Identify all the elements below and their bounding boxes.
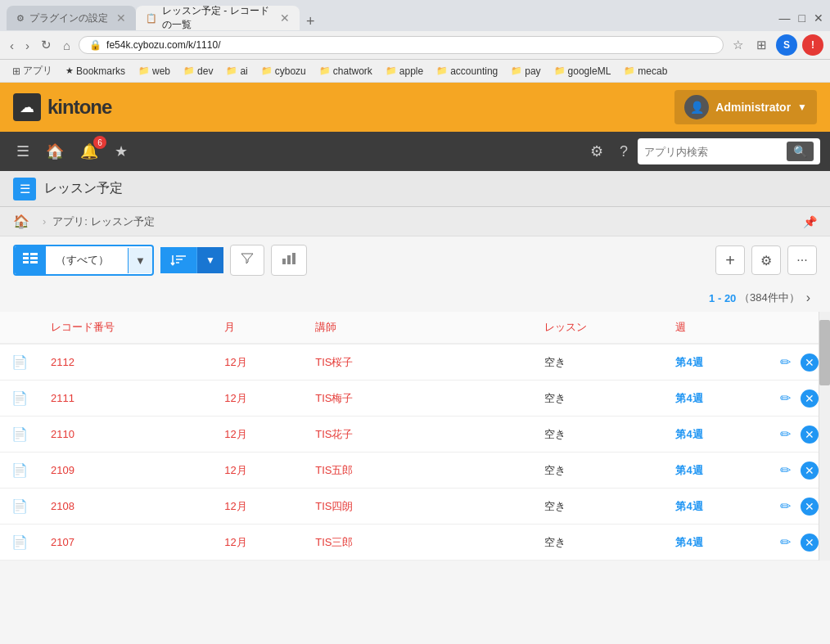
favorites-button[interactable]: ★ (108, 137, 134, 165)
more-options-button[interactable]: ··· (787, 245, 817, 275)
bookmark-bookmarks[interactable]: ★ Bookmarks (60, 64, 131, 79)
edit-record-button[interactable]: ✏ (777, 461, 794, 480)
bookmark-star-icon: ★ (65, 65, 74, 76)
minimize-button[interactable]: — (779, 12, 791, 24)
table-row: 📄 2107 12月 TIS三郎 空き 第4週 ✏ ✕ (0, 525, 830, 561)
kintone-user-area[interactable]: 👤 Administrator ▼ (674, 90, 817, 124)
table-row: 📄 2111 12月 TIS梅子 空き 第4週 ✏ ✕ (0, 381, 830, 417)
back-button[interactable]: ‹ (7, 37, 17, 54)
nav-icons-right: ☆ ⊞ S ! (729, 34, 823, 56)
delete-record-button[interactable]: ✕ (801, 390, 819, 408)
sort-dropdown-button[interactable]: ▼ (196, 247, 223, 273)
bookmark-folder-icon-googleml: 📁 (554, 65, 566, 76)
breadcrumb-arrow: › (43, 215, 46, 227)
table-row: 📄 2112 12月 TIS桜子 空き 第4週 ✏ ✕ (0, 344, 830, 381)
table-wrapper: レコード番号 月 講師 レッスン 週 📄 2112 12月 TIS桜子 空き 第… (0, 312, 830, 561)
delete-record-button[interactable]: ✕ (801, 534, 819, 552)
settings-gear-button[interactable]: ⚙ (584, 137, 610, 165)
row-record-no: 2108 (39, 489, 213, 525)
bookmark-pay-label: pay (525, 65, 540, 77)
bookmark-web[interactable]: 📁 web (133, 64, 176, 79)
add-record-button[interactable]: + (715, 245, 745, 275)
edit-record-button[interactable]: ✏ (777, 425, 794, 444)
sort-button[interactable] (160, 247, 196, 273)
bookmark-dev[interactable]: 📁 dev (178, 64, 219, 79)
breadcrumb-text: アプリ: レッスン予定 (52, 214, 154, 229)
chart-button[interactable] (271, 245, 307, 276)
delete-record-button[interactable]: ✕ (801, 354, 819, 372)
scrollbar[interactable] (819, 312, 830, 561)
bookmark-cybozu[interactable]: 📁 cybozu (255, 64, 312, 79)
app-search-input[interactable] (644, 146, 782, 158)
breadcrumb-home-icon[interactable]: 🏠 (13, 214, 29, 229)
bookmark-apps[interactable]: ⊞ アプリ (7, 62, 58, 79)
close-button[interactable]: ✕ (814, 12, 823, 24)
kintone-logo: ☁ kintone (13, 93, 674, 121)
edit-record-button[interactable]: ✏ (777, 389, 794, 408)
hamburger-menu-button[interactable]: ☰ (10, 137, 36, 165)
view-toolbar: （すべて） ▼ ▼ (0, 236, 830, 284)
forward-button[interactable]: › (22, 37, 33, 54)
bookmark-accounting[interactable]: 📁 accounting (431, 64, 503, 79)
row-teacher: TIS花子 (304, 417, 533, 453)
row-doc-icon: 📄 (0, 525, 39, 561)
bookmark-folder-icon-web: 📁 (138, 65, 150, 76)
breadcrumb-pin-icon[interactable]: 📌 (803, 215, 817, 228)
kintone-logo-text: kintone (47, 96, 111, 119)
extensions-button[interactable]: ⊞ (752, 34, 771, 56)
view-selector-dropdown-icon[interactable]: ▼ (128, 248, 152, 273)
row-lesson: 空き (533, 525, 664, 561)
pagination-range: 1 - 20 (709, 292, 736, 304)
bookmark-ai[interactable]: 📁 ai (220, 64, 253, 79)
bookmark-chatwork[interactable]: 📁 chatwork (314, 64, 378, 79)
new-tab-button[interactable]: + (300, 13, 322, 30)
row-teacher: TIS梅子 (304, 381, 533, 417)
tab-icon-2: 📋 (146, 13, 157, 24)
row-record-no: 2110 (39, 417, 213, 453)
pagination-total: （384件中） (736, 290, 799, 305)
view-selector[interactable]: （すべて） ▼ (13, 245, 154, 276)
home-toolbar-button[interactable]: 🏠 (39, 137, 70, 165)
maximize-button[interactable]: □ (799, 12, 805, 24)
profile-red-button[interactable]: ! (802, 34, 823, 56)
row-teacher: TIS桜子 (304, 344, 533, 381)
home-button[interactable]: ⌂ (60, 37, 74, 54)
bookmark-apple[interactable]: 📁 apple (380, 64, 429, 79)
scrollbar-thumb[interactable] (819, 320, 830, 385)
notification-bell-button[interactable]: 🔔 6 (74, 137, 105, 165)
profile-s-button[interactable]: S (776, 34, 797, 56)
record-settings-button[interactable]: ⚙ (751, 245, 781, 275)
bookmark-mecab[interactable]: 📁 mecab (618, 64, 673, 79)
edit-record-button[interactable]: ✏ (777, 353, 794, 372)
filter-button[interactable] (230, 245, 264, 276)
bookmark-pay[interactable]: 📁 pay (505, 64, 546, 79)
svg-rect-3 (30, 253, 38, 255)
delete-record-button[interactable]: ✕ (801, 462, 819, 480)
col-header-teacher: 講師 (304, 312, 533, 344)
reload-button[interactable]: ↻ (38, 36, 55, 54)
delete-record-button[interactable]: ✕ (801, 498, 819, 516)
row-month: 12月 (213, 381, 304, 417)
row-teacher: TIS三郎 (304, 525, 533, 561)
tab-close-2[interactable]: ✕ (280, 11, 290, 25)
edit-record-button[interactable]: ✏ (777, 497, 794, 516)
row-doc-icon: 📄 (0, 453, 39, 489)
bookmark-star-button[interactable]: ☆ (729, 34, 747, 56)
delete-record-button[interactable]: ✕ (801, 426, 819, 444)
browser-tab-active[interactable]: 📋 レッスン予定 - レコードの一覧 ✕ (136, 6, 300, 30)
browser-navbar: ‹ › ↻ ⌂ 🔒 fe54k.cybozu.com/k/1110/ ☆ ⊞ S… (0, 31, 830, 60)
kintone-header: ☁ kintone 👤 Administrator ▼ (0, 83, 830, 132)
address-bar[interactable]: 🔒 fe54k.cybozu.com/k/1110/ (79, 36, 724, 54)
bookmark-folder-icon-dev: 📁 (183, 65, 195, 76)
pagination-next-button[interactable]: › (800, 287, 817, 308)
pagination-row: 1 - 20 （384件中） › (0, 284, 830, 312)
help-button[interactable]: ? (613, 138, 634, 165)
app-search-button[interactable]: 🔍 (787, 142, 814, 161)
kintone-user-icon: 👤 (684, 95, 709, 119)
tab-close-1[interactable]: ✕ (116, 11, 126, 25)
bookmark-web-label: web (152, 65, 170, 77)
edit-record-button[interactable]: ✏ (777, 533, 794, 552)
svg-rect-5 (30, 261, 38, 263)
bookmark-googleml[interactable]: 📁 googleML (548, 64, 617, 79)
browser-tab-inactive[interactable]: ⚙ プラグインの設定 ✕ (7, 6, 136, 30)
